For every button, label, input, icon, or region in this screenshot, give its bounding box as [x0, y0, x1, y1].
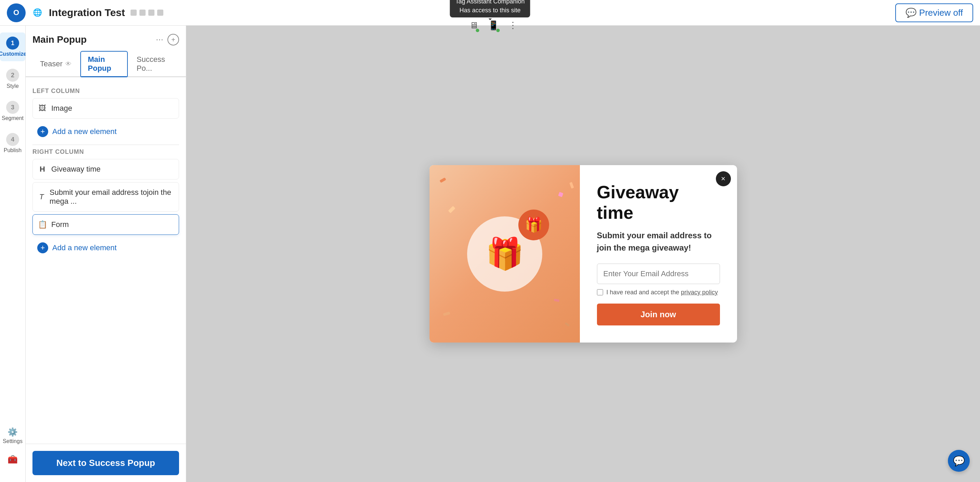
- app-logo[interactable]: O: [7, 3, 25, 22]
- nav-circle-customize: 1: [6, 37, 19, 49]
- panel-title: Main Popup: [32, 34, 87, 45]
- globe-icon: 🌐: [31, 6, 43, 19]
- tab-main-popup[interactable]: Main Popup: [80, 51, 128, 77]
- privacy-text: I have read and accept the privacy polic…: [606, 289, 718, 296]
- element-label-image: Image: [51, 104, 72, 113]
- right-column-label: RIGHT COLUMN: [32, 148, 179, 156]
- element-row-form[interactable]: 📋 Form: [32, 214, 179, 235]
- add-right-element-row[interactable]: + Add a new element: [32, 238, 179, 258]
- gift-badge-emoji: 🎁: [525, 216, 542, 233]
- popup-privacy-row: I have read and accept the privacy polic…: [597, 289, 720, 296]
- tag-assistant-line1: Tag Assistant Companion: [455, 0, 525, 6]
- nav-label-segment: Segment: [2, 115, 24, 121]
- nav-label-style: Style: [6, 83, 19, 89]
- left-nav: 1 Customize 2 Style 3 Segment 4 Publish …: [0, 26, 25, 482]
- next-to-success-popup-button[interactable]: Next to Success Popup: [32, 451, 179, 475]
- element-label-form: Form: [51, 220, 69, 229]
- main-layout: 1 Customize 2 Style 3 Segment 4 Publish …: [0, 26, 980, 482]
- breadcrumb: Integration Test: [49, 7, 163, 18]
- element-row-heading[interactable]: H Giveaway time: [32, 159, 179, 179]
- gift-badge-icon: 🎁: [519, 209, 549, 240]
- sidebar-item-customize[interactable]: 1 Customize: [0, 32, 25, 61]
- sidebar-item-publish[interactable]: 4 Publish: [0, 129, 25, 158]
- gift-emoji: 🎁: [485, 236, 524, 272]
- tab-success-popup-label: Success Po...: [137, 55, 172, 73]
- topbar: O 🌐 Integration Test Tag Assistant Compa…: [0, 0, 980, 26]
- panel-content: LEFT COLUMN 🖼 Image + Add a new element …: [25, 77, 186, 444]
- preview-off-button[interactable]: 💬 Preview off: [895, 3, 973, 22]
- panel-header-icons: ⋯ +: [156, 34, 179, 45]
- nav-circle-publish: 4: [6, 133, 19, 146]
- mobile-icon[interactable]: 📱: [488, 20, 499, 31]
- panel-tabs: Teaser 👁 Main Popup Success Po...: [25, 45, 186, 77]
- add-left-element-label: Add a new element: [52, 127, 116, 136]
- gift-wrapper: 🎁 🎁: [467, 216, 542, 292]
- nav-label-settings: Settings: [3, 438, 22, 444]
- breadcrumb-dot: [139, 10, 146, 16]
- popup-heading: Giveaway time: [597, 182, 720, 223]
- panel: Main Popup ⋯ + Teaser 👁 Main Popup Succe…: [25, 26, 186, 482]
- breadcrumb-dot: [157, 10, 163, 16]
- element-label-text: Submit your email address tojoin the meg…: [49, 188, 174, 206]
- popup-modal: 🎁 🎁 × Giveaway time Submit your email ad…: [430, 165, 737, 343]
- close-icon: ×: [721, 174, 725, 183]
- form-element-icon: 📋: [38, 220, 47, 229]
- add-left-plus-icon: +: [37, 126, 48, 137]
- add-element-circle-button[interactable]: +: [167, 34, 179, 45]
- tab-teaser-label: Teaser: [40, 59, 62, 69]
- heading-element-icon: H: [38, 165, 47, 174]
- element-row-image[interactable]: 🖼 Image: [32, 98, 179, 119]
- chat-bubble-button[interactable]: 💬: [948, 450, 970, 472]
- more-options-icon[interactable]: ⋮: [509, 20, 517, 31]
- tag-assistant-line2: Has access to this site: [455, 6, 525, 15]
- more-icon[interactable]: ⋯: [156, 35, 163, 44]
- tab-teaser[interactable]: Teaser 👁: [32, 51, 79, 76]
- eye-icon: 👁: [65, 61, 72, 68]
- sidebar-item-settings[interactable]: ⚙️ Settings: [0, 423, 25, 448]
- popup-close-button[interactable]: ×: [716, 171, 731, 186]
- nav-circle-style: 2: [6, 69, 19, 82]
- panel-header: Main Popup ⋯ +: [25, 26, 186, 45]
- privacy-checkbox[interactable]: [597, 289, 603, 295]
- site-title: Integration Test: [49, 7, 125, 18]
- privacy-policy-link[interactable]: privacy policy: [681, 289, 718, 296]
- popup-right-panel: × Giveaway time Submit your email addres…: [580, 165, 737, 343]
- popup-left-panel: 🎁 🎁: [430, 165, 580, 343]
- add-left-element-row[interactable]: + Add a new element: [32, 121, 179, 142]
- element-row-text[interactable]: T Submit your email address tojoin the m…: [32, 182, 179, 212]
- divider: [32, 145, 179, 145]
- sidebar-item-style[interactable]: 2 Style: [0, 65, 25, 93]
- popup-subtext: Submit your email address to join the me…: [597, 229, 720, 254]
- tag-assistant-tooltip: Tag Assistant Companion Has access to th…: [450, 0, 530, 31]
- desktop-icon[interactable]: 🖥: [469, 20, 478, 31]
- breadcrumb-dot: [130, 10, 137, 16]
- settings-icon: ⚙️: [8, 427, 18, 437]
- image-element-icon: 🖼: [38, 104, 47, 113]
- popup-email-input[interactable]: [597, 263, 720, 284]
- nav-circle-segment: 3: [6, 101, 19, 114]
- nav-label-customize: Customize: [0, 51, 26, 57]
- panel-footer: Next to Success Popup: [25, 444, 186, 482]
- add-right-element-label: Add a new element: [52, 243, 116, 252]
- tab-success-popup[interactable]: Success Po...: [129, 51, 179, 76]
- element-label-heading: Giveaway time: [51, 165, 100, 174]
- breadcrumb-dot: [148, 10, 154, 16]
- nav-label-publish: Publish: [4, 147, 22, 153]
- chat-icon: 💬: [953, 455, 965, 467]
- sidebar-item-segment[interactable]: 3 Segment: [0, 97, 25, 126]
- sidebar-item-tools[interactable]: 🧰: [0, 450, 25, 468]
- left-column-label: LEFT COLUMN: [32, 88, 179, 95]
- preview-area: 🎁 🎁 × Giveaway time Submit your email ad…: [186, 26, 980, 482]
- popup-join-button[interactable]: Join now: [597, 303, 720, 326]
- preview-icon: 💬: [905, 8, 916, 18]
- tab-main-popup-label: Main Popup: [88, 55, 120, 73]
- tools-icon: 🧰: [8, 455, 18, 464]
- add-right-plus-icon: +: [37, 243, 48, 253]
- text-element-icon: T: [38, 193, 45, 201]
